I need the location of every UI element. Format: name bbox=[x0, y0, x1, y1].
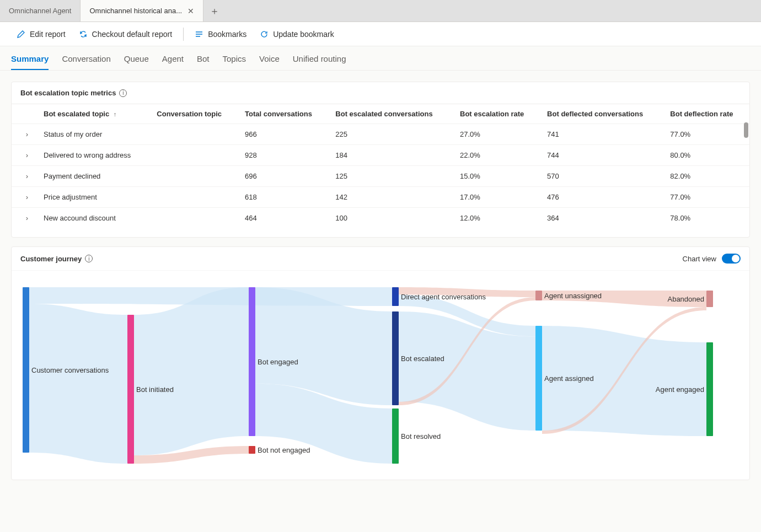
col-label: Bot escalated conversations bbox=[335, 110, 432, 118]
chevron-right-icon[interactable]: › bbox=[26, 151, 28, 159]
new-tab-button[interactable]: ＋ bbox=[203, 0, 226, 22]
cell-def-rate: 77.0% bbox=[663, 124, 749, 145]
chevron-right-icon[interactable]: › bbox=[26, 130, 28, 138]
report-nav-tabs: SummaryConversationQueueAgentBotTopicsVo… bbox=[0, 46, 761, 71]
col-bot-escalated-topic[interactable]: Bot escalated topic ↑ bbox=[37, 104, 150, 124]
cell-deflected: 364 bbox=[540, 208, 663, 229]
sankey-node-abandoned[interactable]: Abandoned bbox=[706, 291, 713, 307]
sankey-node-agent_unassigned[interactable]: Agent unassigned bbox=[535, 291, 542, 300]
table-row[interactable]: ›Price adjustment61814217.0%47677.0% bbox=[12, 187, 749, 208]
table-row[interactable]: ›Status of my order96622527.0%74177.0% bbox=[12, 124, 749, 145]
sankey-node-agent_engaged[interactable]: Agent engaged bbox=[706, 342, 713, 436]
chevron-right-icon[interactable]: › bbox=[26, 172, 28, 180]
cell-topic: Payment declined bbox=[37, 166, 150, 187]
sankey-node-agent_assigned[interactable]: Agent assigned bbox=[535, 326, 542, 431]
sankey-node-customer[interactable]: Customer conversations bbox=[23, 287, 29, 453]
button-label: Edit report bbox=[30, 30, 66, 39]
bookmarks-button[interactable]: Bookmarks bbox=[189, 26, 252, 42]
nav-tab-summary[interactable]: Summary bbox=[11, 54, 49, 70]
table-header-row: Bot escalated topic ↑ Conversation topic… bbox=[12, 104, 749, 124]
card-title: Bot escalation topic metrics bbox=[20, 89, 116, 97]
cell-escalated: 142 bbox=[329, 187, 453, 208]
cell-escalated: 225 bbox=[329, 124, 453, 145]
app-tab-omnichannel-agent[interactable]: Omnichannel Agent bbox=[0, 0, 81, 22]
col-deflected[interactable]: Bot deflected conversations bbox=[540, 104, 663, 124]
checkout-report-button[interactable]: Checkout default report bbox=[73, 26, 178, 42]
sankey-node-bar bbox=[706, 342, 713, 436]
cell-topic: Status of my order bbox=[37, 124, 150, 145]
cell-total: 966 bbox=[238, 124, 329, 145]
sankey-node-label: Bot initiated bbox=[136, 385, 174, 394]
sankey-node-label: Bot not engaged bbox=[258, 446, 310, 454]
sankey-node-bot_esc[interactable]: Bot escalated bbox=[392, 311, 399, 405]
button-label: Update bookmark bbox=[273, 30, 334, 39]
sankey-node-bot_noeng[interactable]: Bot not engaged bbox=[249, 446, 255, 454]
info-icon[interactable]: i bbox=[85, 255, 93, 262]
update-bookmark-button[interactable]: Update bookmark bbox=[254, 26, 340, 42]
sankey-node-label: Agent assigned bbox=[544, 374, 594, 383]
edit-report-button[interactable]: Edit report bbox=[11, 26, 71, 42]
nav-tab-topics[interactable]: Topics bbox=[223, 54, 246, 70]
app-tab-historical-analytics[interactable]: Omnichannel historical ana... ✕ bbox=[81, 0, 203, 22]
nav-tab-queue[interactable]: Queue bbox=[124, 54, 149, 70]
cell-esc-rate: 12.0% bbox=[453, 208, 540, 229]
col-escalated[interactable]: Bot escalated conversations bbox=[329, 104, 453, 124]
button-label: Checkout default report bbox=[92, 30, 173, 39]
cell-deflected: 744 bbox=[540, 145, 663, 166]
sankey-node-bar bbox=[706, 291, 713, 307]
chart-view-toggle[interactable] bbox=[722, 254, 741, 264]
close-icon[interactable]: ✕ bbox=[187, 7, 194, 15]
sankey-node-bar bbox=[535, 326, 542, 431]
sankey-node-label: Agent engaged bbox=[656, 385, 704, 394]
sankey-node-bot_res[interactable]: Bot resolved bbox=[392, 409, 399, 464]
sankey-node-label: Bot escalated bbox=[401, 354, 444, 363]
col-label: Total conversations bbox=[245, 110, 312, 118]
nav-tab-agent[interactable]: Agent bbox=[162, 54, 184, 70]
app-tabbar: Omnichannel Agent Omnichannel historical… bbox=[0, 0, 761, 22]
nav-tab-bot[interactable]: Bot bbox=[197, 54, 210, 70]
cell-def-rate: 77.0% bbox=[663, 187, 749, 208]
col-def-rate[interactable]: Bot deflection rate bbox=[663, 104, 749, 124]
card-header: Customer journey i Chart view bbox=[12, 247, 749, 270]
col-label: Bot escalation rate bbox=[460, 110, 524, 118]
cell-def-rate: 80.0% bbox=[663, 145, 749, 166]
cell-deflected: 741 bbox=[540, 124, 663, 145]
table-scrollbar[interactable] bbox=[744, 122, 748, 138]
button-label: Bookmarks bbox=[208, 30, 246, 39]
cell-topic: New accound discount bbox=[37, 208, 150, 229]
col-total[interactable]: Total conversations bbox=[238, 104, 329, 124]
cell-escalated: 100 bbox=[329, 208, 453, 229]
info-icon[interactable]: i bbox=[119, 89, 127, 97]
sankey-node-direct[interactable]: Direct agent conversations bbox=[392, 287, 399, 306]
table-row[interactable]: ›Payment declined69612515.0%57082.0% bbox=[12, 166, 749, 187]
sankey-node-bar bbox=[535, 291, 542, 300]
chart-view-label: Chart view bbox=[683, 255, 716, 263]
table-row[interactable]: ›New accound discount46410012.0%36478.0% bbox=[12, 208, 749, 229]
nav-tab-unified-routing[interactable]: Unified routing bbox=[293, 54, 346, 70]
customer-journey-sankey[interactable]: Customer conversationsBot initiatedBot e… bbox=[12, 270, 749, 480]
col-esc-rate[interactable]: Bot escalation rate bbox=[453, 104, 540, 124]
cell-deflected: 476 bbox=[540, 187, 663, 208]
sankey-node-bar bbox=[392, 311, 399, 405]
col-label: Bot escalated topic bbox=[44, 110, 109, 118]
nav-tab-voice[interactable]: Voice bbox=[259, 54, 280, 70]
cell-def-rate: 78.0% bbox=[663, 208, 749, 229]
sankey-node-label: Bot resolved bbox=[401, 432, 441, 440]
sankey-node-bot_init[interactable]: Bot initiated bbox=[127, 315, 134, 464]
table-row[interactable]: ›Delivered to wrong address92818422.0%74… bbox=[12, 145, 749, 166]
cell-total: 696 bbox=[238, 166, 329, 187]
cell-topic: Price adjustment bbox=[37, 187, 150, 208]
col-conversation-topic[interactable]: Conversation topic bbox=[150, 104, 238, 124]
chevron-right-icon[interactable]: › bbox=[26, 193, 28, 201]
cell-esc-rate: 17.0% bbox=[453, 187, 540, 208]
edit-icon bbox=[17, 30, 25, 39]
cell-esc-rate: 27.0% bbox=[453, 124, 540, 145]
cell-conv-topic bbox=[150, 187, 238, 208]
sankey-node-label: Direct agent conversations bbox=[401, 293, 486, 301]
nav-tab-conversation[interactable]: Conversation bbox=[62, 54, 110, 70]
chevron-right-icon[interactable]: › bbox=[26, 214, 28, 222]
report-content: Bot escalation topic metrics i Bot escal… bbox=[0, 71, 761, 491]
card-title: Customer journey bbox=[20, 255, 82, 263]
sankey-node-bot_eng[interactable]: Bot engaged bbox=[249, 287, 255, 436]
col-label: Bot deflection rate bbox=[670, 110, 733, 118]
